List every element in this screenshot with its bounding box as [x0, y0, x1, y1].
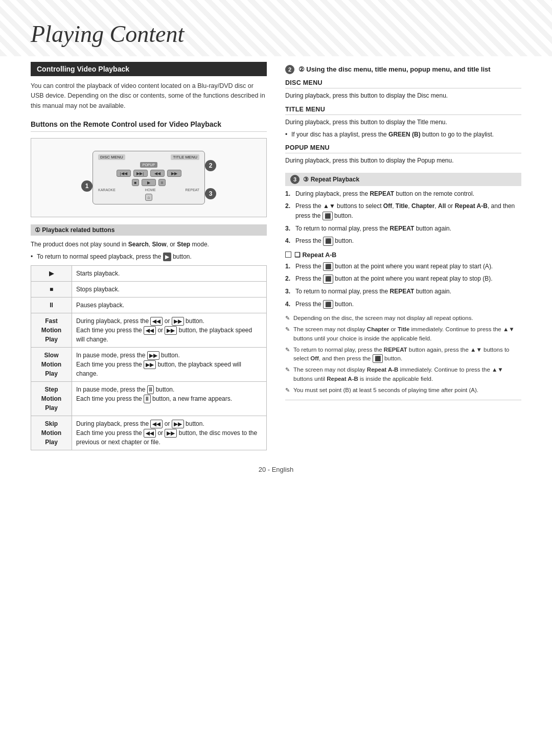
table-row: II Pauses playback.	[31, 297, 267, 313]
playback-note: The product does not play sound in Searc…	[31, 240, 267, 249]
subsection-title: Buttons on the Remote Control used for V…	[31, 120, 267, 132]
table-row: SlowMotionPlay In pause mode, press the …	[31, 348, 267, 382]
disc-menu-label: DISC MENU	[285, 79, 521, 88]
popup-menu-label: POPUP MENU	[285, 144, 521, 153]
popup-menu-text: During playback, press this button to di…	[285, 156, 521, 166]
checkbox-icon	[285, 251, 291, 258]
circle-label-2: 2	[205, 160, 216, 171]
table-cell-desc: During playback, press the ◀◀ or ▶▶ butt…	[72, 313, 267, 348]
list-item: 1. Press the ⬛ button at the point where…	[285, 262, 521, 271]
section3-header: 3 ③ Repeat Playback	[285, 173, 521, 186]
notes-section: Depending on the disc, the screen may no…	[285, 314, 521, 395]
left-column: Controlling Video Playback You can contr…	[31, 62, 267, 450]
list-item: 4. Press the ⬛ button.	[285, 300, 521, 309]
circle-label-1: 1	[81, 180, 93, 192]
divider	[285, 400, 521, 400]
circle-label-3: 3	[205, 188, 216, 199]
note-item: Depending on the disc, the screen may no…	[285, 314, 521, 323]
right-column: 2 ② Using the disc menu, title menu, pop…	[285, 62, 521, 405]
repeat-ab-steps-list: 1. Press the ⬛ button at the point where…	[285, 262, 521, 309]
title-menu-bullet: If your disc has a playlist, press the G…	[285, 130, 521, 139]
remote-svg-wrapper: DISC MENU TITLE MENU POPUP |◀◀	[31, 139, 266, 217]
table-cell-label: SkipMotionPlay	[31, 416, 72, 450]
table-cell-label: StepMotionPlay	[31, 382, 72, 416]
title-menu-text: During playback, press this button to di…	[285, 118, 521, 127]
circle-icon-3: 3	[290, 175, 300, 184]
section-header-controlling: Controlling Video Playback	[31, 62, 267, 76]
note-item: The screen may not display Chapter or Ti…	[285, 325, 521, 343]
table-cell-desc: Stops playback.	[72, 282, 267, 297]
table-cell-desc: Starts playback.	[72, 266, 267, 282]
page-title: Playing Content	[31, 20, 521, 48]
intro-text: You can control the playback of video co…	[31, 81, 267, 111]
note-item: You must set point (B) at least 5 second…	[285, 386, 521, 395]
table-cell-desc: In pause mode, press the ▶▶ button. Each…	[72, 348, 267, 382]
list-item: 4. Press the ⬛ button.	[285, 236, 521, 246]
table-cell-desc: Pauses playback.	[72, 297, 267, 313]
playback-bullet: To return to normal speed playback, pres…	[31, 252, 267, 261]
table-row: FastMotionPlay During playback, press th…	[31, 313, 267, 348]
list-item: 1. During playback, press the REPEAT but…	[285, 189, 521, 199]
table-cell-label: ▶	[31, 266, 72, 282]
list-item: 2. Press the ▲▼ buttons to select Off, T…	[285, 201, 521, 220]
page-footer: 20 - English	[31, 466, 521, 473]
table-row: ▶ Starts playback.	[31, 266, 267, 282]
repeat-steps-list: 1. During playback, press the REPEAT but…	[285, 189, 521, 246]
table-cell-label: FastMotionPlay	[31, 313, 72, 348]
table-cell-desc: During playback, press the ◀◀ or ▶▶ butt…	[72, 416, 267, 450]
repeat-ab-header: ❑ Repeat A-B	[285, 251, 521, 259]
table-row: SkipMotionPlay During playback, press th…	[31, 416, 267, 450]
list-item: 2. Press the ⬛ button at the point where…	[285, 274, 521, 284]
table-row: StepMotionPlay In pause mode, press the …	[31, 382, 267, 416]
section2-header: 2 ② Using the disc menu, title menu, pop…	[285, 65, 521, 74]
circle-icon-2: 2	[285, 65, 294, 74]
remote-diagram: DISC MENU TITLE MENU POPUP |◀◀	[31, 138, 267, 217]
list-item: 3. To return to normal play, press the R…	[285, 224, 521, 234]
playback-table: ▶ Starts playback. ■ Stops playback. II …	[31, 265, 267, 450]
note-item: To return to normal play, press the REPE…	[285, 346, 521, 363]
table-row: ■ Stops playback.	[31, 282, 267, 297]
remote-graphic: DISC MENU TITLE MENU POPUP |◀◀	[93, 151, 205, 204]
table-cell-desc: In pause mode, press the II button. Each…	[72, 382, 267, 416]
title-menu-label: TITLE MENU	[285, 106, 521, 115]
disc-menu-text: During playback, press this button to di…	[285, 91, 521, 101]
table-cell-label: SlowMotionPlay	[31, 348, 72, 382]
table-cell-label: II	[31, 297, 72, 313]
note-item: The screen may not display Repeat A-B im…	[285, 365, 521, 383]
playback-section-header: ① Playback related buttons	[31, 224, 267, 236]
table-cell-label: ■	[31, 282, 72, 297]
list-item: 3. To return to normal play, press the R…	[285, 287, 521, 296]
